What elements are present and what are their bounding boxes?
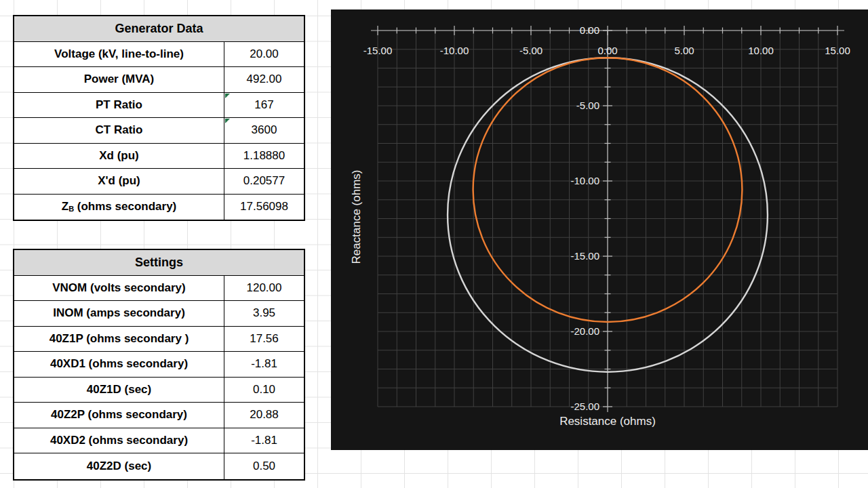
mho-chart-svg: -15.00-10.00-5.000.005.0010.0015.000.00-… <box>331 9 868 450</box>
svg-text:-20.00: -20.00 <box>570 325 599 337</box>
cell-pt-ratio-label[interactable]: PT Ratio <box>14 93 224 118</box>
cell-zb-label[interactable]: ZB (ohms secondary) <box>14 195 224 220</box>
svg-text:0.00: 0.00 <box>580 24 599 36</box>
row-40z1d: 40Z1D (sec) 0.10 <box>14 378 304 403</box>
generator-data-table: Generator Data Voltage (kV, line-to-line… <box>14 16 304 220</box>
row-zb: ZB (ohms secondary) 17.56098 <box>14 195 304 220</box>
cell-ct-ratio-value[interactable]: 3600 <box>224 118 304 143</box>
cell-40z2d-label[interactable]: 40Z2D (sec) <box>14 453 224 479</box>
settings-table: Settings VNOM (volts secondary) 120.00 I… <box>14 249 304 480</box>
svg-text:5.00: 5.00 <box>674 45 694 56</box>
cell-inom-label[interactable]: INOM (amps secondary) <box>14 301 224 326</box>
zb-main: Z <box>62 200 68 214</box>
zb-subscript: B <box>68 205 74 213</box>
cell-40xd2-value[interactable]: -1.81 <box>224 428 304 453</box>
cell-vnom-label[interactable]: VNOM (volts secondary) <box>14 276 224 301</box>
cell-xd-label[interactable]: Xd (pu) <box>14 144 224 169</box>
svg-text:-10.00: -10.00 <box>570 175 599 186</box>
cell-40z2d-value[interactable]: 0.50 <box>224 453 304 479</box>
svg-text:-5.00: -5.00 <box>519 45 542 56</box>
svg-text:10.00: 10.00 <box>748 45 774 56</box>
x-axis-title: Resistance (ohms) <box>559 415 656 428</box>
cell-xd-prime-label[interactable]: X'd (pu) <box>14 169 224 194</box>
row-40z1p: 40Z1P (ohms secondary ) 17.56 <box>14 327 304 352</box>
row-pt-ratio: PT Ratio 167 <box>14 93 304 119</box>
cell-inom-value[interactable]: 3.95 <box>224 301 304 326</box>
cell-power-value[interactable]: 492.00 <box>224 67 304 92</box>
row-40xd2: 40XD2 (ohms secondary) -1.81 <box>14 428 304 454</box>
cell-40xd2-label[interactable]: 40XD2 (ohms secondary) <box>14 428 224 453</box>
cell-voltage-value[interactable]: 20.00 <box>224 42 304 67</box>
cell-40xd1-value[interactable]: -1.81 <box>224 352 304 377</box>
cell-40z1d-value[interactable]: 0.10 <box>224 378 304 403</box>
svg-text:-25.00: -25.00 <box>570 401 599 412</box>
impedance-chart[interactable]: -15.00-10.00-5.000.005.0010.0015.000.00-… <box>331 9 868 450</box>
error-flag-icon <box>225 94 230 98</box>
cell-40z1p-label[interactable]: 40Z1P (ohms secondary ) <box>14 327 224 352</box>
svg-text:15.00: 15.00 <box>825 45 850 56</box>
row-vnom: VNOM (volts secondary) 120.00 <box>14 276 304 302</box>
generator-table-header[interactable]: Generator Data <box>14 16 304 42</box>
settings-table-header[interactable]: Settings <box>14 250 304 276</box>
row-xd: Xd (pu) 1.18880 <box>14 144 304 169</box>
cell-40z2p-label[interactable]: 40Z2P (ohms secondary) <box>14 403 224 428</box>
cell-ct-ratio-label[interactable]: CT Ratio <box>14 118 224 143</box>
cell-40z1p-value[interactable]: 17.56 <box>224 327 304 352</box>
cell-pt-ratio-value[interactable]: 167 <box>224 93 304 118</box>
row-40xd1: 40XD1 (ohms secondary) -1.81 <box>14 352 304 378</box>
cell-voltage-label[interactable]: Voltage (kV, line-to-line) <box>14 42 224 67</box>
svg-text:-15.00: -15.00 <box>363 45 393 56</box>
row-40z2p: 40Z2P (ohms secondary) 20.88 <box>14 403 304 428</box>
cell-power-label[interactable]: Power (MVA) <box>14 67 224 92</box>
spreadsheet-canvas: Generator Data Voltage (kV, line-to-line… <box>0 0 868 488</box>
svg-text:-5.00: -5.00 <box>576 100 599 111</box>
row-inom: INOM (amps secondary) 3.95 <box>14 301 304 327</box>
svg-text:-15.00: -15.00 <box>570 250 599 262</box>
row-xd-prime: X'd (pu) 0.20577 <box>14 169 304 195</box>
cell-text: 3600 <box>252 123 277 137</box>
cell-40z1d-label[interactable]: 40Z1D (sec) <box>14 378 224 403</box>
error-flag-icon <box>225 119 230 123</box>
row-voltage: Voltage (kV, line-to-line) 20.00 <box>14 42 304 68</box>
y-axis-title: Reactance (ohms) <box>350 170 363 264</box>
row-power-mva: Power (MVA) 492.00 <box>14 67 304 93</box>
cell-xd-prime-value[interactable]: 0.20577 <box>224 169 304 194</box>
row-40z2d: 40Z2D (sec) 0.50 <box>14 453 304 479</box>
svg-text:0.00: 0.00 <box>597 45 617 56</box>
zb-rest: (ohms secondary) <box>74 200 176 214</box>
svg-text:-10.00: -10.00 <box>440 45 469 56</box>
cell-40z2p-value[interactable]: 20.88 <box>224 403 304 428</box>
cell-vnom-value[interactable]: 120.00 <box>224 276 304 301</box>
cell-text: 167 <box>254 98 273 112</box>
cell-40xd1-label[interactable]: 40XD1 (ohms secondary) <box>14 352 224 377</box>
cell-zb-value[interactable]: 17.56098 <box>224 195 304 220</box>
cell-xd-value[interactable]: 1.18880 <box>224 144 304 169</box>
row-ct-ratio: CT Ratio 3600 <box>14 118 304 144</box>
